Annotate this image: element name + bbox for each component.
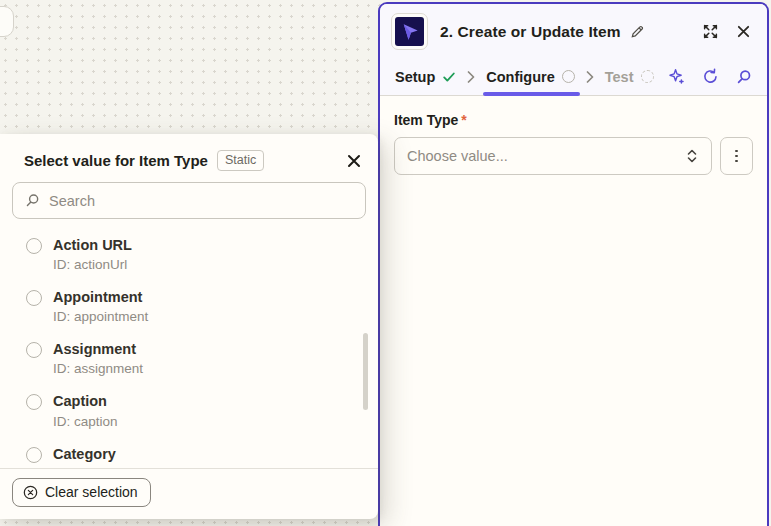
option-id: ID: appointment — [53, 309, 148, 324]
option-label: Action URL — [53, 236, 132, 254]
item-type-select[interactable]: Choose value... — [394, 137, 712, 175]
tab-action-icons — [668, 68, 752, 85]
radio-icon[interactable] — [26, 290, 42, 306]
search-input[interactable] — [49, 193, 353, 209]
clear-selection-button[interactable]: Clear selection — [12, 478, 151, 507]
step-panel: 2. Create or Update Item — [378, 2, 769, 526]
scrollbar-thumb[interactable] — [363, 333, 368, 410]
select-value-dialog: Select value for Item Type Static — [0, 134, 378, 519]
item-type-label: Item Type* — [394, 112, 753, 128]
tab-setup-label: Setup — [395, 69, 435, 85]
option-label: Caption — [53, 392, 118, 410]
partial-step-card[interactable] — [0, 6, 14, 37]
clear-selection-label: Clear selection — [45, 484, 138, 500]
dialog-close-icon[interactable] — [346, 153, 362, 169]
list-item[interactable]: Assignment ID: assignment — [26, 332, 378, 384]
edit-pencil-icon[interactable] — [630, 24, 645, 39]
dialog-search[interactable] — [12, 182, 366, 219]
option-id: ID: category — [53, 466, 126, 468]
app-logo-icon — [395, 17, 424, 46]
dialog-title: Select value for Item Type — [24, 152, 208, 169]
option-id: ID: assignment — [53, 361, 143, 376]
chevron-right-icon — [586, 71, 594, 83]
option-label: Category — [53, 445, 126, 463]
green-check-icon — [442, 70, 456, 84]
step-tabs: Setup Configure Test — [380, 58, 767, 96]
list-item[interactable]: Caption ID: caption — [26, 384, 378, 436]
search-icon — [25, 193, 40, 208]
stepper-icon — [685, 148, 699, 164]
item-type-field-row: Choose value... — [394, 137, 753, 175]
kebab-menu-icon — [735, 150, 738, 153]
radio-icon[interactable] — [26, 342, 42, 358]
static-badge: Static — [217, 150, 264, 171]
sparkle-ai-icon[interactable] — [668, 68, 685, 85]
option-label: Appointment — [53, 288, 148, 306]
select-placeholder: Choose value... — [407, 148, 508, 164]
tab-configure-label: Configure — [486, 69, 554, 85]
option-id: ID: actionUrl — [53, 257, 132, 272]
undo-refresh-icon[interactable] — [702, 68, 719, 85]
radio-icon[interactable] — [26, 447, 42, 463]
dialog-footer: Clear selection — [0, 468, 378, 519]
radio-icon[interactable] — [26, 394, 42, 410]
tab-configure[interactable]: Configure — [486, 58, 574, 95]
active-tab-underline — [483, 92, 579, 96]
list-item[interactable]: Appointment ID: appointment — [26, 280, 378, 332]
dialog-header: Select value for Item Type Static — [0, 134, 378, 171]
radio-icon[interactable] — [26, 238, 42, 254]
tab-test[interactable]: Test — [605, 58, 654, 95]
list-item[interactable]: Action URL ID: actionUrl — [26, 228, 378, 280]
zap-editor-screen: 2. Create or Update Item — [0, 0, 771, 526]
tab-test-label: Test — [605, 69, 634, 85]
option-label: Assignment — [53, 340, 143, 358]
configure-form: Item Type* Choose value... — [380, 96, 767, 191]
empty-circle-icon — [562, 70, 575, 83]
chevron-right-icon — [467, 71, 475, 83]
expand-icon[interactable] — [702, 23, 719, 40]
app-icon — [391, 13, 428, 50]
search-icon[interactable] — [736, 69, 752, 85]
option-id: ID: caption — [53, 414, 118, 429]
step-title: 2. Create or Update Item — [440, 23, 621, 41]
step-panel-header: 2. Create or Update Item — [380, 4, 767, 58]
circled-x-icon — [23, 485, 38, 500]
required-asterisk: * — [461, 112, 466, 128]
tab-setup[interactable]: Setup — [395, 58, 456, 95]
panel-close-icon[interactable] — [736, 24, 751, 39]
dashed-circle-icon — [641, 70, 654, 83]
field-options-kebab-button[interactable] — [720, 137, 753, 175]
list-item[interactable]: Category ID: category — [26, 437, 378, 469]
option-list: Action URL ID: actionUrl Appointment ID:… — [0, 219, 378, 468]
